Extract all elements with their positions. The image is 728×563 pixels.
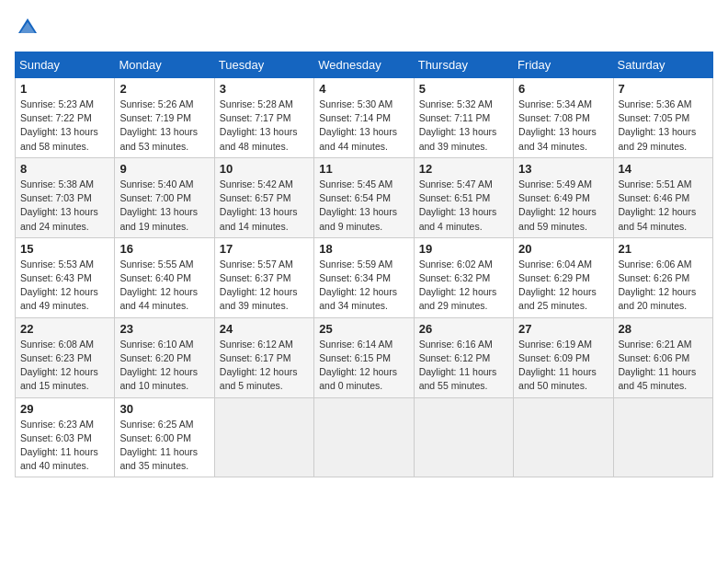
calendar-day-cell: 20 Sunrise: 6:04 AM Sunset: 6:29 PM Dayl… (514, 237, 613, 317)
calendar-day-cell: 23 Sunrise: 6:10 AM Sunset: 6:20 PM Dayl… (115, 317, 214, 397)
day-number: 26 (419, 322, 508, 336)
calendar-day-cell: 7 Sunrise: 5:36 AM Sunset: 7:05 PM Dayli… (613, 78, 712, 158)
day-number: 6 (518, 82, 608, 96)
calendar-day-cell: 22 Sunrise: 6:08 AM Sunset: 6:23 PM Dayl… (16, 317, 115, 397)
calendar-day-cell: 15 Sunrise: 5:53 AM Sunset: 6:43 PM Dayl… (16, 237, 115, 317)
day-info: Sunrise: 5:59 AM Sunset: 6:34 PM Dayligh… (319, 258, 408, 314)
day-number: 10 (220, 162, 309, 176)
calendar-day-cell: 2 Sunrise: 5:26 AM Sunset: 7:19 PM Dayli… (115, 78, 214, 158)
calendar-day-cell: 17 Sunrise: 5:57 AM Sunset: 6:37 PM Dayl… (214, 237, 313, 317)
calendar-day-cell: 16 Sunrise: 5:55 AM Sunset: 6:40 PM Dayl… (115, 237, 214, 317)
day-number: 13 (518, 162, 608, 176)
day-info: Sunrise: 5:49 AM Sunset: 6:49 PM Dayligh… (518, 178, 608, 234)
calendar-day-cell: 5 Sunrise: 5:32 AM Sunset: 7:11 PM Dayli… (414, 78, 513, 158)
day-number: 25 (319, 322, 408, 336)
day-number: 24 (220, 322, 309, 336)
day-number: 17 (220, 242, 309, 256)
day-info: Sunrise: 6:04 AM Sunset: 6:29 PM Dayligh… (518, 258, 608, 314)
calendar-day-cell: 28 Sunrise: 6:21 AM Sunset: 6:06 PM Dayl… (613, 317, 712, 397)
calendar-day-cell (514, 397, 613, 477)
day-number: 14 (619, 162, 708, 176)
weekday-header-row: SundayMondayTuesdayWednesdayThursdayFrid… (16, 52, 713, 78)
day-info: Sunrise: 6:10 AM Sunset: 6:20 PM Dayligh… (119, 338, 209, 394)
day-number: 15 (20, 242, 109, 256)
calendar-day-cell: 9 Sunrise: 5:40 AM Sunset: 7:00 PM Dayli… (115, 157, 214, 237)
day-number: 23 (119, 322, 209, 336)
calendar-day-cell: 27 Sunrise: 6:19 AM Sunset: 6:09 PM Dayl… (514, 317, 613, 397)
logo-icon (15, 15, 40, 40)
page-header (15, 15, 713, 40)
calendar-day-cell (214, 397, 313, 477)
day-number: 21 (619, 242, 708, 256)
day-info: Sunrise: 5:30 AM Sunset: 7:14 PM Dayligh… (319, 98, 408, 154)
day-info: Sunrise: 5:45 AM Sunset: 6:54 PM Dayligh… (319, 178, 408, 234)
day-number: 19 (419, 242, 508, 256)
day-number: 3 (220, 82, 309, 96)
day-number: 4 (319, 82, 408, 96)
day-info: Sunrise: 5:32 AM Sunset: 7:11 PM Dayligh… (419, 98, 508, 154)
day-number: 11 (319, 162, 408, 176)
day-info: Sunrise: 6:12 AM Sunset: 6:17 PM Dayligh… (220, 338, 309, 394)
calendar-day-cell: 24 Sunrise: 6:12 AM Sunset: 6:17 PM Dayl… (214, 317, 313, 397)
weekday-header: Thursday (414, 52, 513, 78)
day-info: Sunrise: 5:57 AM Sunset: 6:37 PM Dayligh… (220, 258, 309, 314)
day-info: Sunrise: 5:47 AM Sunset: 6:51 PM Dayligh… (419, 178, 508, 234)
calendar-day-cell: 6 Sunrise: 5:34 AM Sunset: 7:08 PM Dayli… (514, 78, 613, 158)
day-info: Sunrise: 5:53 AM Sunset: 6:43 PM Dayligh… (20, 258, 109, 314)
day-number: 29 (20, 402, 109, 416)
calendar-day-cell: 26 Sunrise: 6:16 AM Sunset: 6:12 PM Dayl… (414, 317, 513, 397)
calendar-day-cell: 19 Sunrise: 6:02 AM Sunset: 6:32 PM Dayl… (414, 237, 513, 317)
day-info: Sunrise: 5:42 AM Sunset: 6:57 PM Dayligh… (220, 178, 309, 234)
day-info: Sunrise: 6:16 AM Sunset: 6:12 PM Dayligh… (419, 338, 508, 394)
day-number: 2 (119, 82, 209, 96)
calendar-day-cell: 10 Sunrise: 5:42 AM Sunset: 6:57 PM Dayl… (214, 157, 313, 237)
calendar-day-cell: 1 Sunrise: 5:23 AM Sunset: 7:22 PM Dayli… (16, 78, 115, 158)
day-info: Sunrise: 5:34 AM Sunset: 7:08 PM Dayligh… (518, 98, 608, 154)
day-info: Sunrise: 5:55 AM Sunset: 6:40 PM Dayligh… (119, 258, 209, 314)
day-info: Sunrise: 5:26 AM Sunset: 7:19 PM Dayligh… (119, 98, 209, 154)
logo (15, 15, 44, 40)
calendar-table: SundayMondayTuesdayWednesdayThursdayFrid… (15, 52, 713, 477)
calendar-day-cell (613, 397, 712, 477)
calendar-day-cell: 13 Sunrise: 5:49 AM Sunset: 6:49 PM Dayl… (514, 157, 613, 237)
day-number: 18 (319, 242, 408, 256)
calendar-day-cell: 14 Sunrise: 5:51 AM Sunset: 6:46 PM Dayl… (613, 157, 712, 237)
calendar-week-row: 29 Sunrise: 6:23 AM Sunset: 6:03 PM Dayl… (16, 397, 713, 477)
day-info: Sunrise: 5:23 AM Sunset: 7:22 PM Dayligh… (20, 98, 109, 154)
day-number: 9 (119, 162, 209, 176)
day-info: Sunrise: 6:14 AM Sunset: 6:15 PM Dayligh… (319, 338, 408, 394)
calendar-day-cell: 30 Sunrise: 6:25 AM Sunset: 6:00 PM Dayl… (115, 397, 214, 477)
weekday-header: Monday (115, 52, 214, 78)
day-info: Sunrise: 6:06 AM Sunset: 6:26 PM Dayligh… (619, 258, 708, 314)
day-number: 8 (20, 162, 109, 176)
calendar-week-row: 15 Sunrise: 5:53 AM Sunset: 6:43 PM Dayl… (16, 237, 713, 317)
day-number: 27 (518, 322, 608, 336)
day-info: Sunrise: 6:02 AM Sunset: 6:32 PM Dayligh… (419, 258, 508, 314)
day-number: 7 (619, 82, 708, 96)
calendar-day-cell: 21 Sunrise: 6:06 AM Sunset: 6:26 PM Dayl… (613, 237, 712, 317)
day-info: Sunrise: 5:36 AM Sunset: 7:05 PM Dayligh… (619, 98, 708, 154)
calendar-day-cell: 25 Sunrise: 6:14 AM Sunset: 6:15 PM Dayl… (314, 317, 414, 397)
calendar-day-cell: 4 Sunrise: 5:30 AM Sunset: 7:14 PM Dayli… (314, 78, 414, 158)
day-number: 28 (619, 322, 708, 336)
day-info: Sunrise: 5:38 AM Sunset: 7:03 PM Dayligh… (20, 178, 109, 234)
weekday-header: Saturday (613, 52, 712, 78)
calendar-week-row: 8 Sunrise: 5:38 AM Sunset: 7:03 PM Dayli… (16, 157, 713, 237)
calendar-day-cell: 8 Sunrise: 5:38 AM Sunset: 7:03 PM Dayli… (16, 157, 115, 237)
day-info: Sunrise: 6:25 AM Sunset: 6:00 PM Dayligh… (119, 418, 209, 474)
day-info: Sunrise: 6:08 AM Sunset: 6:23 PM Dayligh… (20, 338, 109, 394)
day-number: 22 (20, 322, 109, 336)
day-info: Sunrise: 6:19 AM Sunset: 6:09 PM Dayligh… (518, 338, 608, 394)
weekday-header: Wednesday (314, 52, 414, 78)
weekday-header: Tuesday (214, 52, 313, 78)
calendar-day-cell: 12 Sunrise: 5:47 AM Sunset: 6:51 PM Dayl… (414, 157, 513, 237)
day-info: Sunrise: 6:23 AM Sunset: 6:03 PM Dayligh… (20, 418, 109, 474)
day-info: Sunrise: 5:28 AM Sunset: 7:17 PM Dayligh… (220, 98, 309, 154)
day-number: 20 (518, 242, 608, 256)
calendar-day-cell: 11 Sunrise: 5:45 AM Sunset: 6:54 PM Dayl… (314, 157, 414, 237)
day-number: 1 (20, 82, 109, 96)
calendar-day-cell: 3 Sunrise: 5:28 AM Sunset: 7:17 PM Dayli… (214, 78, 313, 158)
weekday-header: Friday (514, 52, 613, 78)
calendar-week-row: 22 Sunrise: 6:08 AM Sunset: 6:23 PM Dayl… (16, 317, 713, 397)
calendar-day-cell: 29 Sunrise: 6:23 AM Sunset: 6:03 PM Dayl… (16, 397, 115, 477)
